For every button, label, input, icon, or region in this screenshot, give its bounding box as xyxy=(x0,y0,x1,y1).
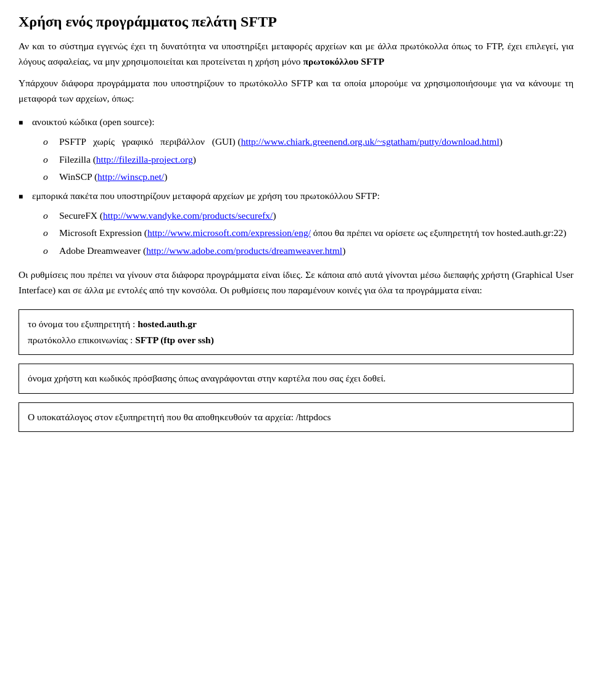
sub-o-winscp: o xyxy=(43,169,57,185)
link-msexpression[interactable]: http://www.microsoft.com/expression/eng/ xyxy=(147,227,311,238)
sub-text-dreamweaver: Adobe Dreamweaver (http://www.adobe.com/… xyxy=(59,243,345,259)
bullets-section: ■ ανοικτού κώδικα (open source): o PSFTP… xyxy=(18,115,574,259)
bullet-square-icon: ■ xyxy=(18,117,27,129)
sub-item-psftp: o PSFTP χωρίς γραφικό περιβάλλον (GUI) (… xyxy=(43,134,574,150)
bullet-square-icon-2: ■ xyxy=(18,191,27,203)
box3-label: Ο υποκατάλογος στον εξυπηρετητή που θα α… xyxy=(28,412,296,422)
info-box-2: όνομα χρήστη και κωδικός πρόσβασης όπως … xyxy=(18,364,574,393)
bullet-item-2: ■ εμπορικά πακέτα που υποστηρίζουν μεταφ… xyxy=(18,189,574,204)
sub-o-dreamweaver: o xyxy=(43,243,57,259)
box1-line2: πρωτόκολλο επικοινωνίας : SFTP (ftp over… xyxy=(28,332,564,348)
intro2-paragraph: Υπάρχουν διάφορα προγράμματα που υποστηρ… xyxy=(18,76,574,107)
sub-text-filezilla: Filezilla (http://filezilla-project.org) xyxy=(59,152,196,168)
sub-o-securefx: o xyxy=(43,208,57,224)
box1-protocol-label: πρωτόκολλο επικοινωνίας : xyxy=(28,335,135,345)
box2-text: όνομα χρήστη και κωδικός πρόσβασης όπως … xyxy=(28,370,564,386)
sub-text-psftp: PSFTP χωρίς γραφικό περιβάλλον (GUI) (ht… xyxy=(59,134,503,150)
intro-paragraph: Αν και το σύστημα εγγενώς έχει τη δυνατό… xyxy=(18,39,574,70)
sub-text-securefx: SecureFX (http://www.vandyke.com/product… xyxy=(59,208,276,224)
info-box-3: Ο υποκατάλογος στον εξυπηρετητή που θα α… xyxy=(18,402,574,432)
box1-hostname-label: το όνομα του εξυπηρετητή : xyxy=(28,319,138,329)
sub-text-msexpression: Microsoft Expression (http://www.microso… xyxy=(59,225,566,241)
sub-list-2: o SecureFX (http://www.vandyke.com/produ… xyxy=(43,208,574,259)
sub-item-dreamweaver: o Adobe Dreamweaver (http://www.adobe.co… xyxy=(43,243,574,259)
sub-o-psftp: o xyxy=(43,134,57,150)
bullet-label-1: ανοικτού κώδικα (open source): xyxy=(32,115,155,130)
link-winscp[interactable]: http://winscp.net/ xyxy=(97,171,164,182)
link-putty[interactable]: http://www.chiark.greenend.org.uk/~sgtat… xyxy=(241,136,500,147)
box1-protocol-value: SFTP (ftp over ssh) xyxy=(135,335,214,345)
paragraph1-section: Οι ρυθμίσεις που πρέπει να γίνουν στα δι… xyxy=(18,267,574,298)
link-securefx[interactable]: http://www.vandyke.com/products/securefx… xyxy=(103,210,273,221)
sub-o-filezilla: o xyxy=(43,152,57,168)
sub-item-msexpression: o Microsoft Expression (http://www.micro… xyxy=(43,225,574,241)
link-dreamweaver[interactable]: http://www.adobe.com/products/dreamweave… xyxy=(146,245,342,256)
info-box-1: το όνομα του εξυπηρετητή : hosted.auth.g… xyxy=(18,309,574,356)
sub-item-filezilla: o Filezilla (http://filezilla-project.or… xyxy=(43,152,574,168)
box3-text: Ο υποκατάλογος στον εξυπηρετητή που θα α… xyxy=(28,409,564,425)
box3-value: /httpdocs xyxy=(296,412,331,422)
paragraph1-text: Οι ρυθμίσεις που πρέπει να γίνουν στα δι… xyxy=(18,267,574,298)
page-title: Χρήση ενός προγράμματος πελάτη SFTP xyxy=(18,12,574,31)
bullet-label-2: εμπορικά πακέτα που υποστηρίζουν μεταφορ… xyxy=(32,189,380,204)
box1-line1: το όνομα του εξυπηρετητή : hosted.auth.g… xyxy=(28,316,564,332)
bullet-item-1: ■ ανοικτού κώδικα (open source): xyxy=(18,115,574,130)
sub-text-winscp: WinSCP (http://winscp.net/) xyxy=(59,169,167,185)
sub-item-securefx: o SecureFX (http://www.vandyke.com/produ… xyxy=(43,208,574,224)
sub-list-1: o PSFTP χωρίς γραφικό περιβάλλον (GUI) (… xyxy=(43,134,574,185)
sub-o-msexpression: o xyxy=(43,225,57,241)
link-filezilla[interactable]: http://filezilla-project.org xyxy=(96,154,193,165)
sub-item-winscp: o WinSCP (http://winscp.net/) xyxy=(43,169,574,185)
box1-hostname-value: hosted.auth.gr xyxy=(138,319,197,329)
